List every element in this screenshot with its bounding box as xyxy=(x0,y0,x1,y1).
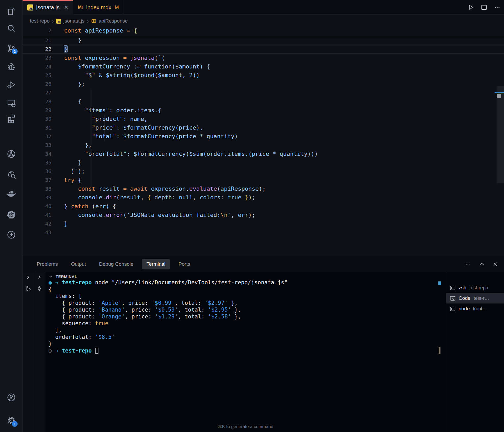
source-control-icon[interactable]: 2 xyxy=(6,43,17,54)
code-line-39[interactable]: 39 console.dir(result, { depth: null, co… xyxy=(23,193,504,202)
panel-tabs: ProblemsOutputDebug ConsoleTerminalPorts xyxy=(23,256,504,272)
code-line-25[interactable]: 25 "$" & $string($round($amount, 2)) xyxy=(23,71,504,79)
more-actions-icon[interactable] xyxy=(494,4,500,10)
terminal-cursor xyxy=(95,348,98,354)
code-line-29[interactable]: 29 "items": order.items.{ xyxy=(23,106,504,114)
code-line-38[interactable]: 38 const result = await expression.evalu… xyxy=(23,184,504,193)
code-line-43[interactable]: 43 xyxy=(23,228,504,237)
panel-tab-ports[interactable]: Ports xyxy=(174,259,195,269)
search-icon[interactable] xyxy=(6,24,17,34)
collapsed-view-commit[interactable] xyxy=(34,272,45,432)
extensions-icon[interactable] xyxy=(6,113,17,123)
collapsed-view-scm[interactable] xyxy=(23,272,34,432)
line-content: "items": order.items.{ xyxy=(64,107,161,114)
terminal-icon xyxy=(450,285,455,291)
code-line-37[interactable]: 37try { xyxy=(23,176,504,184)
vscode-window: 2 1 JSjsonata.js✕M↓index.mdxM xyxy=(0,0,504,432)
docker-icon[interactable] xyxy=(6,188,17,199)
close-tab-icon[interactable]: ✕ xyxy=(64,4,68,10)
line-content: } xyxy=(64,220,67,227)
terminal-line: { product: 'Apple', price: '$0.99', tota… xyxy=(49,300,287,306)
line-number: 30 xyxy=(23,116,64,122)
breadcrumb-item-jsonata.js[interactable]: jsonata.js xyxy=(64,18,85,24)
code-line-26[interactable]: 26 }; xyxy=(23,79,504,88)
terminal-line: { product: 'Banana', price: '$0.59', tot… xyxy=(49,306,287,313)
editor-tab-index.mdx[interactable]: M↓index.mdxM xyxy=(73,0,124,15)
line-content: console.dir(result, { depth: null, color… xyxy=(64,194,255,201)
breadcrumb[interactable]: test-repo›JSjsonata.js›apiResponse xyxy=(23,15,504,27)
panel-more-icon[interactable] xyxy=(465,261,471,267)
code-line-35[interactable]: 35 } xyxy=(23,158,504,167)
settings-gear-icon[interactable]: 1 xyxy=(6,415,17,426)
code-line-32[interactable]: 32 "total": $formatCurrency(price * quan… xyxy=(23,132,504,141)
code-line-28[interactable]: 28 { xyxy=(23,97,504,106)
panel-tab-problems[interactable]: Problems xyxy=(32,259,62,269)
terminal-line: orderTotal: '$8.5' xyxy=(49,334,287,340)
panel-tab-debug-console[interactable]: Debug Console xyxy=(94,259,138,269)
terminal-sessions-panel: zshtest-repoCodetest-r…nodefront… xyxy=(446,272,504,432)
panel-tab-output[interactable]: Output xyxy=(66,259,91,269)
code-line-21[interactable]: 21 } xyxy=(23,36,504,45)
kubernetes-icon[interactable] xyxy=(6,209,17,220)
breadcrumb-separator: › xyxy=(52,18,54,24)
thunder-client-icon[interactable] xyxy=(6,230,17,240)
accounts-icon[interactable] xyxy=(6,392,17,403)
terminal-scrollbar-thumb[interactable] xyxy=(439,347,440,354)
code-line-36[interactable]: 36 )`); xyxy=(23,167,504,175)
split-editor-icon[interactable] xyxy=(481,4,487,10)
panel-close-icon[interactable] xyxy=(492,261,498,267)
terminal-ai-hint: ⌘K to generate a command xyxy=(45,424,446,429)
code-line-30[interactable]: 30 "product": name, xyxy=(23,115,504,123)
code-line-27[interactable]: 27 xyxy=(23,88,504,97)
terminal-line: ● → test-repo node "/Users/link/Document… xyxy=(49,279,287,286)
code-line-41[interactable]: 41 console.error('JSONata evaluation fai… xyxy=(23,211,504,219)
panel-tab-terminal[interactable]: Terminal xyxy=(142,259,170,269)
breadcrumb-separator: › xyxy=(87,18,89,24)
breadcrumb-item-apiResponse[interactable]: apiResponse xyxy=(99,18,128,24)
scm-badge: 2 xyxy=(12,49,18,54)
line-number: 24 xyxy=(23,63,64,70)
bug-icon[interactable] xyxy=(6,62,17,72)
terminal-output: ● → test-repo node "/Users/link/Document… xyxy=(49,279,287,354)
expand-chevron-icon[interactable] xyxy=(26,275,30,280)
breadcrumb-item-test-repo[interactable]: test-repo xyxy=(30,18,50,24)
remote-explorer-icon[interactable] xyxy=(6,98,17,108)
editor-tab-jsonata.js[interactable]: JSjsonata.js✕ xyxy=(23,0,73,15)
code-line-33[interactable]: 33 }, xyxy=(23,141,504,150)
terminal-line: items: [ xyxy=(49,293,287,300)
terminal-line: { xyxy=(49,286,287,293)
line-number: 23 xyxy=(23,55,64,61)
gitlens-inspect-icon[interactable] xyxy=(6,169,17,180)
terminal-section-header[interactable]: TERMINAL xyxy=(49,274,77,279)
code-line-34[interactable]: 34 "orderTotal": $formatCurrency($sum(or… xyxy=(23,150,504,158)
js-file-icon: JS xyxy=(56,19,61,24)
terminal-session-zsh[interactable]: zshtest-repo xyxy=(446,282,504,293)
line-content: "orderTotal": $formatCurrency($sum(order… xyxy=(64,151,318,157)
code-line-40[interactable]: 40} catch (err) { xyxy=(23,202,504,211)
explorer-icon[interactable] xyxy=(6,6,17,16)
code-line-22[interactable]: 22} xyxy=(23,45,504,53)
terminal-viewport[interactable]: TERMINAL ● → test-repo node "/Users/link… xyxy=(45,272,446,432)
tab-label: index.mdx xyxy=(86,4,111,10)
sticky-scroll-line[interactable]: 2 const apiResponse = { xyxy=(23,27,504,36)
terminal-session-code[interactable]: Codetest-r… xyxy=(446,293,504,303)
run-file-icon[interactable] xyxy=(468,4,474,10)
run-debug-icon[interactable] xyxy=(6,79,17,90)
code-line-31[interactable]: 31 "price": $formatCurrency(price), xyxy=(23,123,504,132)
bottom-panel: ProblemsOutputDebug ConsoleTerminalPorts xyxy=(23,256,504,432)
code-editor[interactable]: 2 const apiResponse = { 21 }22}23const e… xyxy=(23,27,504,256)
overview-cursor-line xyxy=(495,92,504,93)
editor-scrollbar[interactable] xyxy=(497,86,504,183)
panel-maximize-icon[interactable] xyxy=(479,261,485,267)
session-description: test-r… xyxy=(474,296,489,301)
line-number: 26 xyxy=(23,81,64,87)
expand-chevron-icon[interactable] xyxy=(37,275,42,280)
code-line-42[interactable]: 42} xyxy=(23,219,504,228)
terminal-session-node[interactable]: nodefront… xyxy=(446,303,504,314)
code-line-23[interactable]: 23const expression = jsonata(`( xyxy=(23,54,504,62)
line-content: )`); xyxy=(64,168,85,175)
session-description: test-repo xyxy=(470,285,488,291)
code-line-24[interactable]: 24 $formatCurrency := function($amount) … xyxy=(23,62,504,71)
gitlens-icon[interactable] xyxy=(6,149,17,159)
activity-bar: 2 1 xyxy=(0,0,23,432)
